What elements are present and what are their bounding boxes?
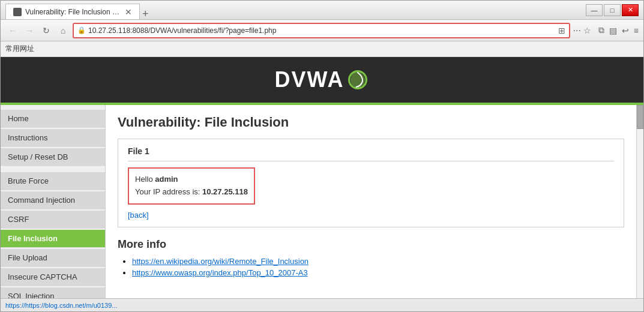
page-content: DVWA Home Instructions Setup / Reset DB — [1, 57, 643, 298]
sidebar-button[interactable]: ▤ — [609, 26, 617, 35]
undo-button[interactable]: ↩ — [622, 26, 629, 35]
tab-title: Vulnerability: File Inclusion :: D — [25, 8, 121, 16]
security-icon: 🔒 — [77, 26, 86, 34]
title-bar: Vulnerability: File Inclusion :: D ✕ + —… — [1, 1, 643, 20]
list-item: https://en.wikipedia.org/wiki/Remote_Fil… — [132, 257, 624, 266]
maximize-button[interactable]: □ — [604, 4, 621, 16]
sidebar-item-file-inclusion[interactable]: File Inclusion — [1, 230, 105, 248]
scrollbar-thumb[interactable] — [637, 105, 643, 129]
sidebar-item-sql-injection[interactable]: SQL Injection — [1, 287, 105, 298]
new-tab-button[interactable]: + — [142, 8, 149, 19]
file-box-title: File 1 — [128, 146, 614, 161]
sidebar-item-setup[interactable]: Setup / Reset DB — [1, 148, 105, 166]
nav-bar: ← → ↻ ⌂ 🔒 ⊞ ··· ☆ ⧉ ▤ ↩ ≡ — [1, 20, 643, 41]
sidebar-item-file-upload[interactable]: File Upload — [1, 249, 105, 267]
qr-icon[interactable]: ⊞ — [558, 26, 565, 35]
status-bar: https://https://blog.csdn.net/m/u0139... — [1, 298, 643, 311]
dvwa-logo: DVWA — [275, 67, 370, 92]
file-hello-line: Hello admin — [135, 173, 248, 186]
tab-favicon — [13, 8, 22, 16]
extensions-button[interactable]: ⧉ — [598, 25, 604, 35]
home-button[interactable]: ⌂ — [56, 23, 70, 38]
dvwa-swirl-icon — [346, 68, 370, 92]
dvwa-wrapper: DVWA Home Instructions Setup / Reset DB — [1, 57, 643, 298]
address-bar-container: 🔒 ⊞ — [73, 23, 570, 38]
more-info-link-1[interactable]: https://en.wikipedia.org/wiki/Remote_Fil… — [132, 257, 308, 266]
active-tab[interactable]: Vulnerability: File Inclusion :: D ✕ — [5, 4, 140, 19]
bookmarks-label: 常用网址 — [5, 44, 34, 54]
sidebar-item-instructions[interactable]: Instructions — [1, 129, 105, 147]
tab-close-button[interactable]: ✕ — [125, 7, 132, 17]
nav-right-controls: ⧉ ▤ ↩ ≡ — [598, 25, 639, 35]
file-hello-text: Hello — [135, 175, 155, 184]
sidebar-item-csrf[interactable]: CSRF — [1, 211, 105, 229]
scrollbar[interactable] — [636, 105, 643, 298]
file-user-text: admin — [155, 175, 178, 184]
address-input[interactable] — [88, 26, 556, 35]
main-content: Vulnerability: File Inclusion File 1 Hel… — [106, 105, 636, 298]
dvwa-header: DVWA — [1, 57, 643, 105]
file-ip-value: 10.27.25.118 — [202, 187, 248, 196]
forward-button[interactable]: → — [22, 23, 37, 38]
bookmarks-bar: 常用网址 — [1, 41, 643, 57]
back-link-container: [back] — [128, 211, 614, 220]
sidebar: Home Instructions Setup / Reset DB Brute… — [1, 105, 106, 298]
window-controls: — □ ✕ — [586, 4, 639, 16]
back-button[interactable]: ← — [5, 23, 20, 38]
bookmark-button[interactable]: ☆ — [583, 26, 591, 35]
sidebar-item-home[interactable]: Home — [1, 110, 105, 128]
file-ip-label: Your IP address is: — [135, 187, 202, 196]
file-content-box: Hello admin Your IP address is: 10.27.25… — [128, 167, 255, 205]
more-info-link-2[interactable]: https://www.owasp.org/index.php/Top_10_2… — [132, 268, 308, 277]
sidebar-item-insecure-captcha[interactable]: Insecure CAPTCHA — [1, 268, 105, 286]
file-ip-line: Your IP address is: 10.27.25.118 — [135, 186, 248, 199]
close-button[interactable]: ✕ — [622, 4, 639, 16]
tab-area: Vulnerability: File Inclusion :: D ✕ + — [5, 1, 149, 19]
menu-button[interactable]: ≡ — [634, 26, 639, 35]
sidebar-item-command-injection[interactable]: Command Injection — [1, 191, 105, 209]
status-url: https://https://blog.csdn.net/m/u0139... — [5, 302, 118, 309]
more-info-title: More info — [118, 238, 624, 251]
file-box: File 1 Hello admin Your IP address is: 1… — [118, 139, 624, 227]
dvwa-logo-text: DVWA — [275, 67, 345, 92]
more-button[interactable]: ··· — [573, 25, 580, 36]
sidebar-item-brute-force[interactable]: Brute Force — [1, 172, 105, 190]
page-title: Vulnerability: File Inclusion — [118, 115, 624, 130]
more-info-list: https://en.wikipedia.org/wiki/Remote_Fil… — [118, 257, 624, 277]
refresh-button[interactable]: ↻ — [39, 23, 53, 38]
back-link[interactable]: [back] — [128, 211, 149, 220]
minimize-button[interactable]: — — [586, 4, 603, 16]
browser-window: Vulnerability: File Inclusion :: D ✕ + —… — [0, 0, 644, 312]
list-item: https://www.owasp.org/index.php/Top_10_2… — [132, 268, 624, 277]
dvwa-body: Home Instructions Setup / Reset DB Brute… — [1, 105, 643, 298]
